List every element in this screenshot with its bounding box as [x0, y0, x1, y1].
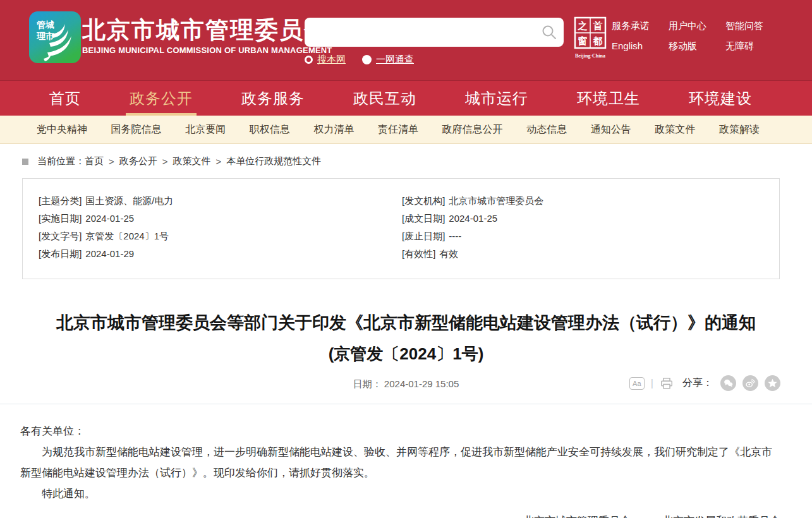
subnav-item-2[interactable]: 北京要闻 — [185, 123, 226, 136]
seal-char-bl: 窗 — [578, 35, 588, 46]
date-label: 日期： — [353, 378, 382, 389]
crumb-policy-files[interactable]: 政策文件 — [173, 155, 211, 167]
signature-agency-2: 北京市发展和改革委员会 — [662, 510, 780, 518]
article-tools: Aa | 分享： — [629, 375, 780, 391]
signature-agency-1: 北京市城市管理委员会 — [523, 510, 631, 518]
document-meta-box: [主题分类]国土资源、能源/电力 [实施日期]2024-01-25 [发文字号]… — [22, 178, 780, 279]
search-button[interactable] — [541, 24, 557, 40]
crumb-current: 本单位行政规范性文件 — [226, 155, 321, 167]
meta-topic: [主题分类]国土资源、能源/电力 — [39, 192, 402, 210]
link-accessibility[interactable]: 无障碍 — [725, 40, 766, 52]
nav-gov-service[interactable]: 政务服务 — [241, 81, 305, 116]
print-button[interactable] — [660, 376, 674, 390]
subnav-item-9[interactable]: 政策文件 — [655, 123, 695, 136]
site-name: 北京市城市管理委员会 — [82, 16, 332, 44]
link-mobile[interactable]: 移动版 — [669, 40, 709, 52]
meta-doc-number: [发文字号]京管发〔2024〕1号 — [39, 227, 402, 245]
sub-nav: 党中央精神 国务院信息 北京要闻 职权信息 权力清单 责任清单 政府信息公开 动… — [0, 116, 812, 144]
nav-gov-disclosure[interactable]: 政务公开 — [130, 81, 193, 116]
subnav-item-1[interactable]: 国务院信息 — [111, 123, 162, 136]
search-input[interactable] — [313, 21, 528, 43]
font-size-icon[interactable]: Aa — [629, 377, 645, 390]
salutation: 各有关单位： — [20, 421, 780, 442]
meta-issuing-agency: [发文机构]北京市城市管理委员会 — [402, 192, 756, 210]
subnav-item-10[interactable]: 政策解读 — [719, 123, 760, 136]
logo-text-1: 管城 — [36, 20, 54, 30]
link-user-center[interactable]: 用户中心 — [669, 20, 709, 32]
main-nav: 首页 政务公开 政务服务 政民互动 城市运行 环境卫生 环境建设 — [0, 80, 812, 116]
meta-left-column: [主题分类]国土资源、能源/电力 [实施日期]2024-01-25 [发文字号]… — [39, 192, 402, 279]
crumb-home[interactable]: 首页 — [85, 155, 104, 167]
seal-char-tr: 首 — [593, 20, 603, 31]
breadcrumb-label: 当前位置： — [37, 155, 85, 167]
search-area: 搜本网 一网通查 — [305, 18, 564, 65]
subnav-item-6[interactable]: 政府信息公开 — [442, 123, 503, 136]
share-wechat-button[interactable] — [720, 375, 736, 391]
breadcrumb: 当前位置： 首页 > 政务公开 > 政策文件 > 本单位行政规范性文件 — [22, 155, 812, 167]
subnav-item-5[interactable]: 责任清单 — [378, 123, 418, 136]
seal-char-tl: 之 — [578, 20, 588, 31]
date-share-row: 日期： 2024-01-29 15:05 Aa | 分享： — [0, 375, 812, 404]
site-header: 管城 理市 北京市城市管理委员会 BEIJING MUNICIPAL COMMI… — [0, 0, 812, 80]
article-title-line1: 北京市城市管理委员会等部门关于印发《北京市新型储能电站建设管理办法（试行）》的通… — [0, 308, 812, 337]
article-title: 北京市城市管理委员会等部门关于印发《北京市新型储能电站建设管理办法（试行）》的通… — [0, 308, 812, 368]
radio-icon — [362, 55, 372, 64]
link-smart-qa[interactable]: 智能问答 — [725, 20, 766, 32]
meta-abolish-date: [废止日期]---- — [402, 227, 756, 245]
meta-publish-date: [发布日期]2024-01-29 — [39, 245, 402, 263]
seal-caption: Beijing-China — [574, 53, 607, 59]
site-title: 北京市城市管理委员会 BEIJING MUNICIPAL COMMISSION … — [82, 16, 332, 55]
article-body: 各有关单位： 为规范我市新型储能电站建设管理，进一步明确新型储能电站建设、验收、… — [0, 404, 812, 518]
scope-label: 一网通查 — [376, 54, 414, 66]
crumb-gov-disclosure[interactable]: 政务公开 — [119, 155, 157, 167]
wechat-icon — [723, 378, 734, 388]
search-icon — [541, 24, 557, 40]
beijing-china-seal[interactable]: 之 首 窗 都 Beijing-China — [574, 16, 607, 59]
star-icon — [767, 378, 778, 388]
radio-selected-icon — [305, 56, 313, 64]
meta-written-date: [成文日期]2024-01-25 — [402, 210, 756, 227]
crumb-separator: > — [162, 156, 168, 167]
logo-graphic: 管城 理市 — [28, 11, 82, 64]
nav-environment-construction[interactable]: 环境建设 — [689, 81, 752, 116]
site-logo[interactable]: 管城 理市 — [28, 11, 82, 64]
subnav-item-7[interactable]: 动态信息 — [526, 123, 567, 136]
quick-links: 服务承诺 用户中心 智能问答 English 移动版 无障碍 — [612, 20, 766, 52]
nav-home[interactable]: 首页 — [49, 81, 81, 116]
share-weibo-button[interactable] — [742, 375, 758, 391]
site-name-en: BEIJING MUNICIPAL COMMISSION OF URBAN MA… — [82, 45, 332, 55]
search-scope-row: 搜本网 一网通查 — [305, 54, 564, 65]
seal-graphic: 之 首 窗 都 — [574, 16, 607, 49]
crumb-separator: > — [216, 156, 222, 167]
scope-option-network[interactable]: 一网通查 — [362, 54, 414, 66]
subnav-item-8[interactable]: 通知公告 — [591, 123, 631, 136]
article-title-line2: (京管发〔2024〕1号) — [0, 340, 812, 368]
seal-char-br: 都 — [593, 35, 603, 46]
tools-divider: | — [651, 378, 653, 389]
body-paragraph-1: 为规范我市新型储能电站建设管理，进一步明确新型储能电站建设、验收、并网等程序，促… — [20, 442, 780, 483]
share-qzone-button[interactable] — [765, 375, 780, 391]
body-paragraph-2: 特此通知。 — [20, 483, 780, 504]
subnav-item-0[interactable]: 党中央精神 — [37, 123, 87, 136]
weibo-icon — [745, 378, 756, 388]
active-tab-indicator — [126, 113, 197, 116]
link-service-promise[interactable]: 服务承诺 — [612, 20, 652, 32]
subnav-item-4[interactable]: 权力清单 — [313, 123, 354, 136]
crumb-separator: > — [109, 156, 114, 167]
scope-option-site[interactable]: 搜本网 — [305, 54, 346, 66]
breadcrumb-square-icon — [22, 159, 28, 165]
subnav-item-3[interactable]: 职权信息 — [250, 123, 290, 136]
meta-validity: [有效性]有效 — [402, 245, 756, 263]
scope-label: 搜本网 — [317, 54, 346, 66]
date-value: 2024-01-29 15:05 — [384, 378, 459, 389]
nav-public-interaction[interactable]: 政民互动 — [353, 81, 416, 116]
search-box — [305, 18, 564, 47]
nav-city-operation[interactable]: 城市运行 — [465, 81, 528, 116]
logo-text-2: 理市 — [36, 31, 54, 41]
signature-row: 北京市城市管理委员会 北京市发展和改革委员会 — [20, 510, 780, 518]
nav-environment-sanitation[interactable]: 环境卫生 — [577, 81, 640, 116]
link-english[interactable]: English — [612, 40, 652, 52]
meta-implement-date: [实施日期]2024-01-25 — [39, 210, 402, 227]
printer-icon — [660, 376, 674, 390]
share-label: 分享： — [682, 376, 713, 390]
